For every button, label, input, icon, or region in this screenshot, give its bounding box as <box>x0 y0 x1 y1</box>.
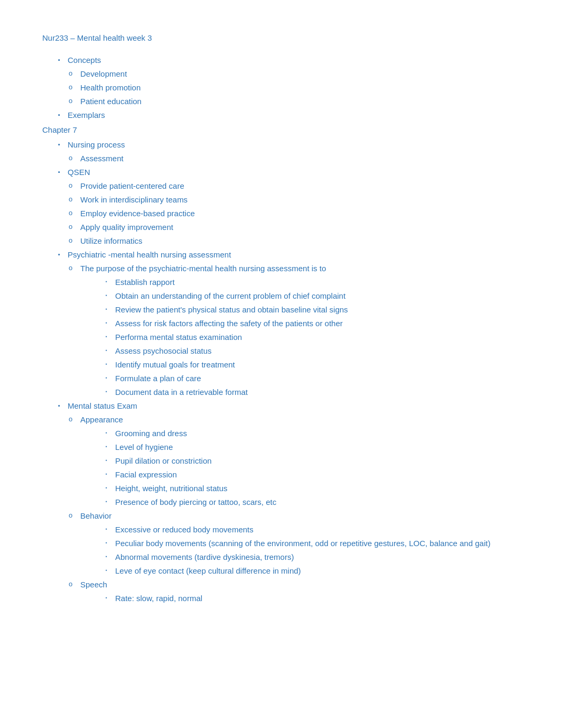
abnormal-movements-label: Abnormal movements (tardive dyskinesia, … <box>115 551 529 564</box>
list-item-eye-contact: ▪ Leve of eye contact (keep cultural dif… <box>106 565 529 577</box>
bullet-l3: ▪ <box>106 499 115 505</box>
concepts-label: Concepts <box>68 54 529 67</box>
establish-rapport-label: Establish rapport <box>115 276 529 289</box>
list-item-assess-risk: ▪ Assess for risk factors affecting the … <box>106 317 529 330</box>
bullet-l3: ▪ <box>106 361 115 368</box>
bullet-l3: ▪ <box>106 320 115 327</box>
bullet-l3: ▪ <box>106 567 115 574</box>
assessment-label: Assessment <box>80 152 529 165</box>
formulate-plan-label: Formulate a plan of care <box>115 372 529 385</box>
list-item-psychiatric-assessment: ▪ Psychiatric -mental health nursing ass… <box>58 248 529 261</box>
mental-status-exam-label: Mental status Exam <box>68 400 529 412</box>
list-item-quality-improvement: o Apply quality improvement <box>69 221 529 234</box>
bullet-l3: ▪ <box>106 292 115 299</box>
document-data-label: Document data in a retrievable format <box>115 386 529 399</box>
list-item-document-data: ▪ Document data in a retrievable format <box>106 386 529 399</box>
health-promotion-label: Health promotion <box>80 81 529 94</box>
list-item-facial: ▪ Facial expression <box>106 468 529 481</box>
bullet-o: o <box>69 96 80 107</box>
bullet-l1: ▪ <box>58 168 68 177</box>
chapter-heading: Chapter 7 <box>42 124 529 136</box>
pupil-label: Pupil dilation or constriction <box>115 455 529 467</box>
bullet-l3: ▪ <box>106 471 115 478</box>
quality-improvement-label: Apply quality improvement <box>80 221 529 234</box>
bullet-l3: ▪ <box>106 334 115 340</box>
list-item-piercing: ▪ Presence of body piercing or tattoo, s… <box>106 496 529 509</box>
list-item-assess-psychosocial: ▪ Assess psychosocial status <box>106 345 529 357</box>
bullet-l1: ▪ <box>58 140 68 150</box>
bullet-o: o <box>69 222 80 233</box>
bullet-l1: ▪ <box>58 401 68 411</box>
list-item-establish-rapport: ▪ Establish rapport <box>106 276 529 289</box>
informatics-label: Utilize informatics <box>80 235 529 247</box>
bullet-l3: ▪ <box>106 457 115 464</box>
bullet-o: o <box>69 235 80 246</box>
bullet-o: o <box>69 153 80 164</box>
list-item-peculiar-movements: ▪ Peculiar body movements (scanning of t… <box>106 537 529 550</box>
bullet-l3: ▪ <box>106 595 115 602</box>
bullet-l1: ▪ <box>58 250 68 260</box>
bullet-o: o <box>69 82 80 93</box>
patient-centered-care-label: Provide patient-centered care <box>80 180 529 192</box>
bullet-l3: ▪ <box>106 430 115 437</box>
bullet-l3: ▪ <box>106 347 115 354</box>
nursing-process-label: Nursing process <box>68 139 529 151</box>
list-item-qsen: ▪ QSEN <box>58 166 529 179</box>
development-label: Development <box>80 68 529 80</box>
bullet-o: o <box>69 579 80 590</box>
list-item-grooming: ▪ Grooming and dress <box>106 427 529 440</box>
identify-goals-label: Identify mutual goals for treatment <box>115 358 529 371</box>
patient-education-label: Patient education <box>80 95 529 108</box>
bullet-l3: ▪ <box>106 554 115 560</box>
purpose-label: The purpose of the psychiatric-mental he… <box>80 262 529 275</box>
evidence-based-label: Employ evidence-based practice <box>80 207 529 220</box>
height-weight-label: Height, weight, nutritional status <box>115 482 529 495</box>
bullet-l3: ▪ <box>106 526 115 533</box>
list-item-informatics: o Utilize informatics <box>69 235 529 247</box>
list-item-hygiene: ▪ Level of hygiene <box>106 441 529 454</box>
bullet-l3: ▪ <box>106 540 115 547</box>
bullet-l3: ▪ <box>106 279 115 285</box>
bullet-o: o <box>69 263 80 274</box>
list-item-purpose: o The purpose of the psychiatric-mental … <box>69 262 529 275</box>
list-item-identify-goals: ▪ Identify mutual goals for treatment <box>106 358 529 371</box>
bullet-o: o <box>69 180 80 191</box>
list-item-assessment: o Assessment <box>69 152 529 165</box>
bullet-l1: ▪ <box>58 110 68 120</box>
hygiene-label: Level of hygiene <box>115 441 529 454</box>
peculiar-movements-label: Peculiar body movements (scanning of the… <box>115 537 529 550</box>
psychiatric-assessment-label: Psychiatric -mental health nursing asses… <box>68 248 529 261</box>
list-item-appearance: o Appearance <box>69 413 529 426</box>
list-item-evidence-based: o Employ evidence-based practice <box>69 207 529 220</box>
list-item-interdisciplinary: o Work in interdisciplinary teams <box>69 193 529 206</box>
list-item-rate: ▪ Rate: slow, rapid, normal <box>106 592 529 605</box>
exemplars-label: Exemplars <box>68 109 529 122</box>
speech-label: Speech <box>80 578 529 591</box>
qsen-label: QSEN <box>68 166 529 179</box>
list-item-excessive-movements: ▪ Excessive or reduced body movements <box>106 523 529 536</box>
list-item-exemplars: ▪ Exemplars <box>58 109 529 122</box>
list-item-mental-status-exam: ▪ Mental status Exam <box>58 400 529 412</box>
bullet-o: o <box>69 414 80 425</box>
list-item-obtain-understanding: ▪ Obtain an understanding of the current… <box>106 290 529 302</box>
interdisciplinary-label: Work in interdisciplinary teams <box>80 193 529 206</box>
list-item-health-promotion: o Health promotion <box>69 81 529 94</box>
list-item-nursing-process: ▪ Nursing process <box>58 139 529 151</box>
bullet-l3: ▪ <box>106 375 115 382</box>
obtain-understanding-label: Obtain an understanding of the current p… <box>115 290 529 302</box>
list-item-performa-mental: ▪ Performa mental status examination <box>106 331 529 344</box>
bullet-o: o <box>69 510 80 521</box>
list-item-concepts: ▪ Concepts <box>58 54 529 67</box>
list-item-pupil: ▪ Pupil dilation or constriction <box>106 455 529 467</box>
bullet-l1: ▪ <box>58 56 68 65</box>
list-item-behavior: o Behavior <box>69 510 529 522</box>
bullet-o: o <box>69 68 80 79</box>
rate-label: Rate: slow, rapid, normal <box>115 592 529 605</box>
bullet-l3: ▪ <box>106 389 115 395</box>
page-title: Nur233 – Mental health week 3 <box>42 32 529 44</box>
piercing-label: Presence of body piercing or tattoo, sca… <box>115 496 529 509</box>
assess-psychosocial-label: Assess psychosocial status <box>115 345 529 357</box>
performa-mental-label: Performa mental status examination <box>115 331 529 344</box>
bullet-l3: ▪ <box>106 485 115 492</box>
bullet-l3: ▪ <box>106 444 115 450</box>
